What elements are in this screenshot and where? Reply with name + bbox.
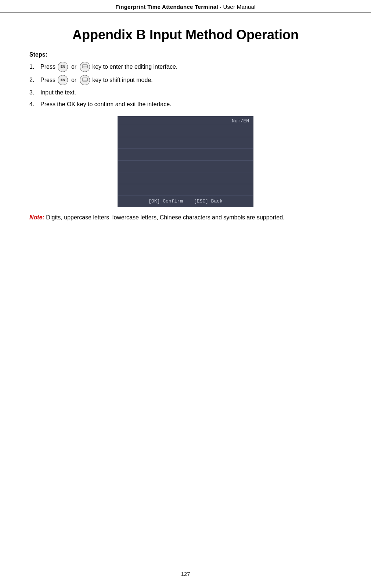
shift-key-icon-2	[80, 75, 90, 85]
svg-rect-3	[82, 78, 87, 81]
terminal-row-6	[118, 184, 253, 196]
terminal-row-5	[118, 172, 253, 184]
step-1-suffix: key to enter the editing interface.	[92, 62, 177, 71]
step-2-or: or	[71, 76, 76, 85]
step-item-2: 2. Press EN or key to shift input mode.	[29, 75, 342, 85]
note-label: Note:	[29, 214, 44, 220]
terminal-header: Num/EN	[118, 117, 253, 125]
page-content: Appendix B Input Method Operation Steps:…	[0, 12, 371, 237]
en-key-icon-1: EN	[58, 62, 68, 72]
terminal-footer-right: [ESC] Back	[194, 198, 223, 204]
step-2-prefix: Press	[40, 76, 55, 85]
step-4-text: Press the OK key to confirm and exit the…	[40, 100, 172, 109]
step-3-text: Input the text.	[40, 88, 76, 97]
step-1-prefix: Press	[40, 62, 55, 71]
terminal-header-label: Num/EN	[232, 118, 249, 124]
step-item-4: 4. Press the OK key to confirm and exit …	[29, 100, 342, 109]
note-line: Note: Digits, uppercase letters, lowerca…	[29, 213, 342, 222]
note-text: Digits, uppercase letters, lowercase let…	[44, 214, 285, 220]
terminal-row-4	[118, 161, 253, 172]
appendix-title: Appendix B Input Method Operation	[29, 27, 342, 43]
step-item-1: 1. Press EN or key to enter the editing …	[29, 62, 342, 72]
step-text-1: Press EN or key to enter the editing int…	[40, 62, 177, 72]
terminal-screenshot: Num/EN [OK] Confirm [ESC] Back	[118, 116, 253, 207]
step-1-or: or	[71, 62, 76, 71]
steps-label: Steps:	[29, 51, 342, 58]
svg-rect-0	[82, 65, 87, 68]
step-number-3: 3.	[29, 88, 40, 97]
terminal-footer: [OK] Confirm [ESC] Back	[118, 196, 253, 207]
step-2-suffix: key to shift input mode.	[92, 76, 153, 85]
step-text-2: Press EN or key to shift input mode.	[40, 75, 153, 85]
en-key-icon-2: EN	[58, 75, 68, 85]
header-title-normal: User Manual	[223, 4, 255, 10]
header-separator: ·	[218, 4, 223, 10]
page-footer: 127	[0, 571, 371, 577]
step-number-4: 4.	[29, 100, 40, 109]
terminal-row-3	[118, 149, 253, 161]
page-header: Fingerprint Time Attendance Terminal · U…	[0, 0, 371, 12]
terminal-footer-left: [OK] Confirm	[148, 198, 183, 204]
step-item-3: 3. Input the text.	[29, 88, 342, 97]
step-number-1: 1.	[29, 62, 40, 71]
step-number-2: 2.	[29, 76, 40, 85]
header-title-bold: Fingerprint Time Attendance Terminal	[115, 4, 218, 10]
shift-key-icon-1	[80, 62, 90, 72]
page-number: 127	[181, 571, 190, 577]
terminal-row-2	[118, 137, 253, 149]
terminal-row-1	[118, 125, 253, 137]
